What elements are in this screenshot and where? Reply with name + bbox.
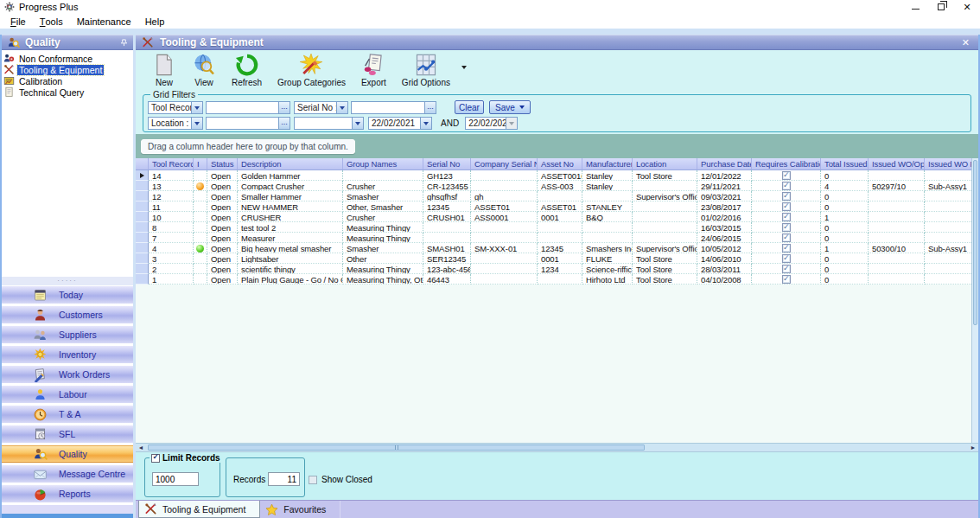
restore-button[interactable] [928, 0, 954, 14]
chevron-down-icon[interactable] [352, 118, 363, 129]
cell-status: Open [207, 233, 238, 243]
sidebar-item-quality[interactable]: Quality [2, 445, 133, 463]
menu-help[interactable]: Help [138, 14, 172, 29]
chevron-down-icon[interactable] [191, 118, 202, 129]
cell-description: NEW HAMMER [238, 201, 343, 212]
save-button[interactable]: Save [489, 100, 531, 114]
column-header-tool-record[interactable]: Tool Record [149, 158, 194, 169]
filter-extra-combo[interactable] [294, 117, 364, 130]
panel-close-icon[interactable]: ✕ [962, 37, 973, 48]
minimize-button[interactable] [902, 0, 928, 14]
cell-requires-calibration [752, 191, 821, 201]
date-from-picker[interactable]: 22/02/2021 [368, 117, 432, 130]
table-row[interactable]: 1OpenPlain Plug Gauge - Go / No GoMeasur… [136, 274, 978, 285]
tree-item-technical-query[interactable]: Technical Query [2, 86, 133, 98]
filter-field1-combo[interactable]: Tool Record : [148, 101, 203, 114]
tab-tooling-equipment[interactable]: Tooling & Equipment [138, 501, 260, 518]
filter-location-input[interactable]: ... [206, 117, 290, 130]
show-closed-checkbox[interactable] [309, 476, 317, 484]
tree-item-calibration[interactable]: Calibration [2, 75, 133, 86]
column-header-requires-calibration[interactable]: Requires Calibration [752, 158, 821, 169]
sidebar-item-suppliers[interactable]: Suppliers [2, 326, 133, 343]
cell-asset-no: 12345 [538, 243, 582, 253]
table-row[interactable]: 3OpenLightsaberOtherSER123450001FLUKEToo… [136, 253, 978, 264]
view-button[interactable]: View [184, 52, 224, 88]
table-row[interactable]: 4OpenBig heavy metal smasherSmasherSMASH… [136, 243, 978, 253]
filter-field2-combo[interactable]: Serial No : [294, 101, 348, 114]
table-row[interactable]: 13OpenCompact CrusherCrusherCR-123455ASS… [136, 181, 978, 191]
cell-purchase-date: 14/06/2010 [697, 253, 752, 264]
sidebar-item-labour[interactable]: Labour [2, 386, 133, 403]
table-row[interactable]: 8Opentest tool 2Measuring Thingy16/03/20… [136, 222, 978, 233]
sidebar-item-reports[interactable]: Reports [2, 485, 133, 502]
menu-tools[interactable]: Tools [33, 14, 70, 29]
sidebar-splitter[interactable]: ····· [2, 277, 133, 285]
table-row[interactable]: 7OpenMeasurerMeasuring Thingy24/06/20150 [136, 233, 978, 243]
filter-value2-input[interactable]: ... [351, 101, 436, 114]
sidebar-item-work-orders[interactable]: Work Orders [2, 366, 133, 383]
horizontal-scrollbar-thumb[interactable] [148, 444, 645, 451]
chevron-down-icon[interactable] [420, 118, 431, 129]
refresh-button[interactable]: Refresh [224, 52, 270, 88]
column-header-status[interactable]: Status [207, 158, 238, 169]
menu-maintenance[interactable]: Maintenance [70, 14, 138, 29]
sidebar-item-today[interactable]: Today [2, 286, 133, 304]
cell-serial-no: ghsgfhsf [423, 191, 471, 201]
chevron-down-icon[interactable] [336, 102, 347, 113]
column-header-manufacturer[interactable]: Manufacturer [582, 158, 633, 169]
cell-serial-no: CRUSH01 [423, 212, 471, 222]
ellipsis-button[interactable]: ... [278, 118, 290, 129]
column-header-company-serial-no[interactable]: Company Serial No [471, 158, 538, 169]
close-button[interactable]: ✕ [954, 0, 980, 14]
scroll-left-button[interactable]: ◄ [136, 444, 146, 451]
horizontal-scrollbar-track[interactable] [645, 444, 968, 451]
column-header-description[interactable]: Description [238, 158, 343, 169]
clear-button[interactable]: Clear [455, 100, 484, 114]
limit-records-checkbox[interactable] [151, 454, 160, 463]
column-header-group-names[interactable]: Group Names [343, 158, 423, 169]
cell-asset-no: ASSET0016 [538, 170, 582, 181]
horizontal-scrollbar[interactable]: ◄ ► [136, 443, 978, 452]
vertical-scrollbar-thumb[interactable] [973, 160, 977, 325]
table-row[interactable]: 14OpenGolden HammerGH123ASSET0016Stanley… [136, 170, 978, 181]
sidebar-item-message-centre[interactable]: Message Centre [2, 465, 133, 483]
group-by-band[interactable]: Drag a column header here to group by th… [136, 134, 978, 158]
chevron-down-icon[interactable] [191, 102, 202, 113]
date-to-picker[interactable]: 22/02/2022 [465, 117, 518, 130]
column-header-ind[interactable]: I [194, 158, 207, 169]
filter-field2-label: Serial No : [295, 102, 336, 113]
table-row[interactable]: 11OpenNEW HAMMEROther, Smasher12345ASSET… [136, 201, 978, 212]
column-header-location[interactable]: Location [633, 158, 697, 169]
sidebar-item-t-a[interactable]: T & A [2, 406, 133, 423]
column-header-serial-no[interactable]: Serial No [423, 158, 471, 169]
vertical-scrollbar[interactable] [971, 158, 978, 443]
ellipsis-button[interactable]: ... [278, 102, 290, 113]
sidebar-item-sfl[interactable]: SFL [2, 425, 133, 443]
column-header-issued-wo-op[interactable]: Issued WO/Op [869, 158, 925, 169]
pin-icon[interactable] [120, 39, 128, 47]
sidebar-item-customers[interactable]: Customers [2, 306, 133, 323]
table-row[interactable]: 2Openscientific thingyMeasuring Thingy12… [136, 264, 978, 274]
new-button[interactable]: New [144, 52, 184, 88]
column-header-total-issued[interactable]: Total Issued [821, 158, 869, 169]
column-header-issued-wo-pa[interactable]: Issued WO Pa [925, 158, 978, 169]
group-categories-button[interactable]: Group Categories [270, 52, 353, 88]
tree-item-non-conformance[interactable]: Non Conformance [2, 53, 133, 64]
filter-location-combo[interactable]: Location : [148, 117, 203, 130]
limit-records-input[interactable]: 1000 [152, 472, 199, 486]
column-header-purchase-date[interactable]: Purchase Date [697, 158, 752, 169]
tree-item-tooling-equipment[interactable]: Tooling & Equipment [2, 64, 133, 75]
checked-checkbox-icon [782, 265, 791, 273]
column-header-asset-no[interactable]: Asset No [538, 158, 582, 169]
scroll-right-button[interactable]: ► [968, 444, 978, 451]
grid-options-button[interactable]: Grid Options [394, 52, 458, 88]
tab-favourites[interactable]: Favourites [260, 501, 340, 518]
ellipsis-button[interactable]: ... [424, 102, 436, 113]
sidebar-item-inventory[interactable]: Inventory [2, 346, 133, 363]
menu-file[interactable]: File [3, 14, 33, 29]
toolbar-overflow-icon[interactable] [461, 66, 467, 72]
filter-value1-input[interactable]: ... [206, 101, 290, 114]
table-row[interactable]: 12OpenSmaller HammerSmasherghsgfhsfghSup… [136, 191, 978, 201]
export-button[interactable]: Export [353, 52, 394, 88]
table-row[interactable]: 10OpenCRUSHERCrusherCRUSH01ASS00010001B&… [136, 212, 978, 222]
